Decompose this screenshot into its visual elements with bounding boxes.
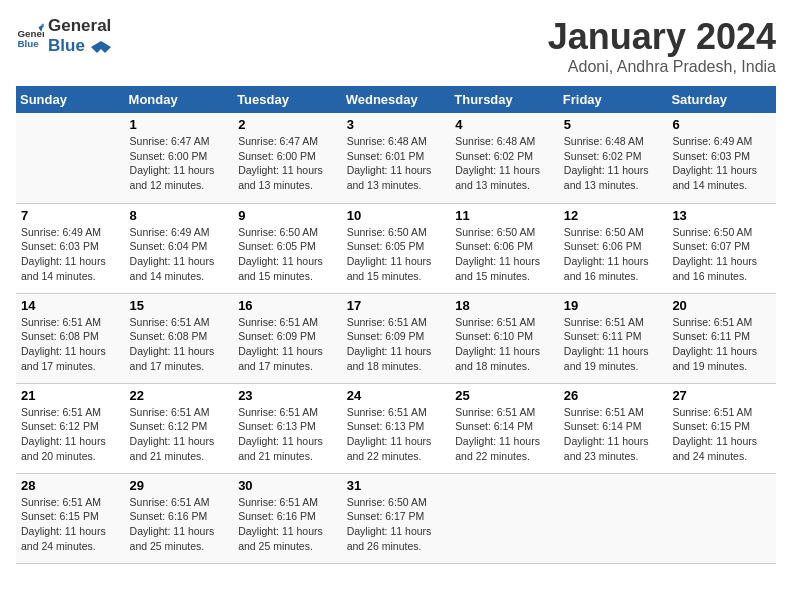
day-number: 10 <box>347 208 446 223</box>
day-info: Sunrise: 6:50 AMSunset: 6:05 PMDaylight:… <box>238 225 337 284</box>
day-info: Sunrise: 6:51 AMSunset: 6:13 PMDaylight:… <box>238 405 337 464</box>
day-number: 16 <box>238 298 337 313</box>
calendar-cell: 19Sunrise: 6:51 AMSunset: 6:11 PMDayligh… <box>559 293 668 383</box>
calendar-cell: 4Sunrise: 6:48 AMSunset: 6:02 PMDaylight… <box>450 113 559 203</box>
day-info: Sunrise: 6:51 AMSunset: 6:11 PMDaylight:… <box>564 315 663 374</box>
calendar-week-row: 28Sunrise: 6:51 AMSunset: 6:15 PMDayligh… <box>16 473 776 563</box>
day-number: 20 <box>672 298 771 313</box>
calendar-cell: 20Sunrise: 6:51 AMSunset: 6:11 PMDayligh… <box>667 293 776 383</box>
day-number: 15 <box>130 298 229 313</box>
calendar-cell: 17Sunrise: 6:51 AMSunset: 6:09 PMDayligh… <box>342 293 451 383</box>
calendar-cell: 28Sunrise: 6:51 AMSunset: 6:15 PMDayligh… <box>16 473 125 563</box>
calendar-cell: 18Sunrise: 6:51 AMSunset: 6:10 PMDayligh… <box>450 293 559 383</box>
calendar-cell: 25Sunrise: 6:51 AMSunset: 6:14 PMDayligh… <box>450 383 559 473</box>
day-number: 9 <box>238 208 337 223</box>
day-info: Sunrise: 6:51 AMSunset: 6:15 PMDaylight:… <box>672 405 771 464</box>
day-info: Sunrise: 6:50 AMSunset: 6:07 PMDaylight:… <box>672 225 771 284</box>
day-info: Sunrise: 6:48 AMSunset: 6:01 PMDaylight:… <box>347 134 446 193</box>
day-number: 21 <box>21 388 120 403</box>
day-info: Sunrise: 6:51 AMSunset: 6:14 PMDaylight:… <box>455 405 554 464</box>
calendar-cell: 5Sunrise: 6:48 AMSunset: 6:02 PMDaylight… <box>559 113 668 203</box>
day-number: 12 <box>564 208 663 223</box>
calendar-cell: 16Sunrise: 6:51 AMSunset: 6:09 PMDayligh… <box>233 293 342 383</box>
svg-marker-4 <box>91 41 111 53</box>
day-info: Sunrise: 6:51 AMSunset: 6:08 PMDaylight:… <box>130 315 229 374</box>
day-number: 24 <box>347 388 446 403</box>
day-number: 8 <box>130 208 229 223</box>
day-info: Sunrise: 6:51 AMSunset: 6:08 PMDaylight:… <box>21 315 120 374</box>
day-info: Sunrise: 6:51 AMSunset: 6:10 PMDaylight:… <box>455 315 554 374</box>
day-info: Sunrise: 6:47 AMSunset: 6:00 PMDaylight:… <box>130 134 229 193</box>
day-number: 30 <box>238 478 337 493</box>
logo-blue: Blue <box>48 36 85 55</box>
calendar-cell: 8Sunrise: 6:49 AMSunset: 6:04 PMDaylight… <box>125 203 234 293</box>
day-number: 27 <box>672 388 771 403</box>
day-info: Sunrise: 6:48 AMSunset: 6:02 PMDaylight:… <box>455 134 554 193</box>
day-number: 2 <box>238 117 337 132</box>
calendar-cell: 30Sunrise: 6:51 AMSunset: 6:16 PMDayligh… <box>233 473 342 563</box>
calendar-header-row: SundayMondayTuesdayWednesdayThursdayFrid… <box>16 86 776 113</box>
calendar-cell: 13Sunrise: 6:50 AMSunset: 6:07 PMDayligh… <box>667 203 776 293</box>
calendar-cell: 26Sunrise: 6:51 AMSunset: 6:14 PMDayligh… <box>559 383 668 473</box>
day-info: Sunrise: 6:51 AMSunset: 6:16 PMDaylight:… <box>238 495 337 554</box>
day-info: Sunrise: 6:50 AMSunset: 6:06 PMDaylight:… <box>564 225 663 284</box>
day-number: 25 <box>455 388 554 403</box>
day-info: Sunrise: 6:50 AMSunset: 6:17 PMDaylight:… <box>347 495 446 554</box>
page-header: General Blue General Blue January 2024 A… <box>16 16 776 76</box>
day-number: 19 <box>564 298 663 313</box>
day-info: Sunrise: 6:49 AMSunset: 6:04 PMDaylight:… <box>130 225 229 284</box>
header-friday: Friday <box>559 86 668 113</box>
day-number: 3 <box>347 117 446 132</box>
day-number: 17 <box>347 298 446 313</box>
header-monday: Monday <box>125 86 234 113</box>
calendar-cell: 2Sunrise: 6:47 AMSunset: 6:00 PMDaylight… <box>233 113 342 203</box>
day-number: 7 <box>21 208 120 223</box>
day-info: Sunrise: 6:50 AMSunset: 6:05 PMDaylight:… <box>347 225 446 284</box>
day-number: 28 <box>21 478 120 493</box>
header-wednesday: Wednesday <box>342 86 451 113</box>
logo-bird-icon <box>91 39 111 55</box>
calendar-cell: 15Sunrise: 6:51 AMSunset: 6:08 PMDayligh… <box>125 293 234 383</box>
calendar-cell <box>16 113 125 203</box>
day-info: Sunrise: 6:49 AMSunset: 6:03 PMDaylight:… <box>21 225 120 284</box>
header-thursday: Thursday <box>450 86 559 113</box>
day-number: 11 <box>455 208 554 223</box>
day-info: Sunrise: 6:51 AMSunset: 6:09 PMDaylight:… <box>238 315 337 374</box>
day-number: 5 <box>564 117 663 132</box>
day-info: Sunrise: 6:51 AMSunset: 6:14 PMDaylight:… <box>564 405 663 464</box>
calendar-cell <box>450 473 559 563</box>
calendar-cell: 7Sunrise: 6:49 AMSunset: 6:03 PMDaylight… <box>16 203 125 293</box>
header-sunday: Sunday <box>16 86 125 113</box>
day-number: 1 <box>130 117 229 132</box>
calendar-cell: 14Sunrise: 6:51 AMSunset: 6:08 PMDayligh… <box>16 293 125 383</box>
calendar-week-row: 7Sunrise: 6:49 AMSunset: 6:03 PMDaylight… <box>16 203 776 293</box>
day-number: 23 <box>238 388 337 403</box>
day-number: 31 <box>347 478 446 493</box>
day-info: Sunrise: 6:51 AMSunset: 6:15 PMDaylight:… <box>21 495 120 554</box>
day-number: 4 <box>455 117 554 132</box>
month-title: January 2024 <box>548 16 776 58</box>
day-info: Sunrise: 6:51 AMSunset: 6:12 PMDaylight:… <box>130 405 229 464</box>
day-info: Sunrise: 6:50 AMSunset: 6:06 PMDaylight:… <box>455 225 554 284</box>
day-info: Sunrise: 6:47 AMSunset: 6:00 PMDaylight:… <box>238 134 337 193</box>
calendar-cell: 9Sunrise: 6:50 AMSunset: 6:05 PMDaylight… <box>233 203 342 293</box>
day-info: Sunrise: 6:51 AMSunset: 6:12 PMDaylight:… <box>21 405 120 464</box>
day-info: Sunrise: 6:51 AMSunset: 6:13 PMDaylight:… <box>347 405 446 464</box>
calendar-week-row: 21Sunrise: 6:51 AMSunset: 6:12 PMDayligh… <box>16 383 776 473</box>
calendar-cell: 29Sunrise: 6:51 AMSunset: 6:16 PMDayligh… <box>125 473 234 563</box>
calendar-cell: 11Sunrise: 6:50 AMSunset: 6:06 PMDayligh… <box>450 203 559 293</box>
day-info: Sunrise: 6:49 AMSunset: 6:03 PMDaylight:… <box>672 134 771 193</box>
day-number: 29 <box>130 478 229 493</box>
day-number: 22 <box>130 388 229 403</box>
day-number: 13 <box>672 208 771 223</box>
calendar-cell: 24Sunrise: 6:51 AMSunset: 6:13 PMDayligh… <box>342 383 451 473</box>
day-info: Sunrise: 6:48 AMSunset: 6:02 PMDaylight:… <box>564 134 663 193</box>
calendar-cell: 6Sunrise: 6:49 AMSunset: 6:03 PMDaylight… <box>667 113 776 203</box>
day-number: 26 <box>564 388 663 403</box>
calendar-table: SundayMondayTuesdayWednesdayThursdayFrid… <box>16 86 776 564</box>
day-number: 14 <box>21 298 120 313</box>
logo: General Blue General Blue <box>16 16 111 56</box>
header-tuesday: Tuesday <box>233 86 342 113</box>
calendar-cell: 22Sunrise: 6:51 AMSunset: 6:12 PMDayligh… <box>125 383 234 473</box>
calendar-cell <box>667 473 776 563</box>
